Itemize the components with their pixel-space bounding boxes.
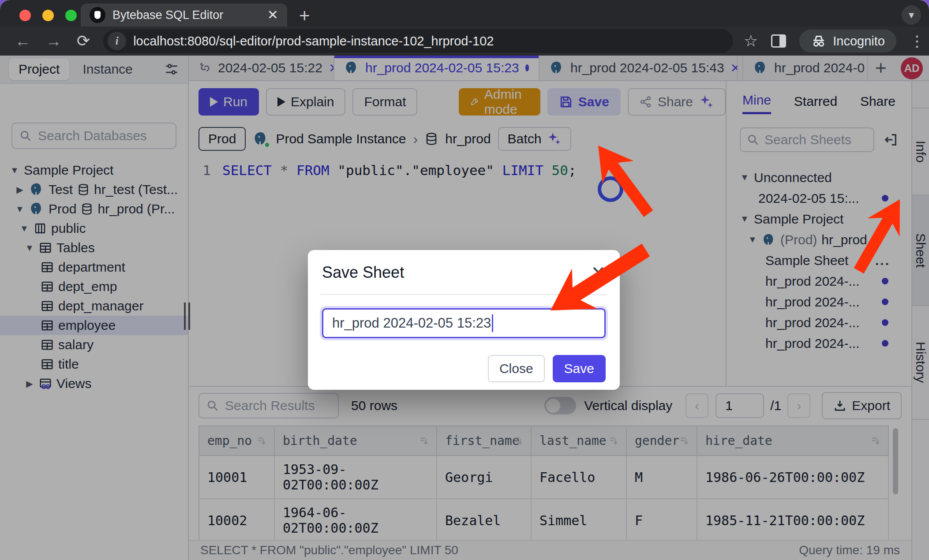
dialog-divider (320, 294, 607, 295)
incognito-badge: Incognito (799, 30, 896, 52)
dialog-close-icon[interactable]: ✕ (591, 264, 606, 281)
text-caret (492, 314, 493, 332)
browser-menu-icon[interactable]: ⋮ (910, 32, 925, 50)
save-sheet-dialog: Save Sheet ✕ hr_prod 2024-02-05 15:23 Cl… (308, 250, 620, 390)
bytebase-favicon-icon (90, 7, 105, 23)
bookmark-star-icon[interactable]: ☆ (744, 32, 758, 50)
zoom-window-button[interactable] (65, 10, 77, 21)
browser-titlebar: Bytebase SQL Editor ✕ + ▾ (0, 0, 929, 26)
url-bar[interactable]: i localhost:8080/sql-editor/prod-sample-… (103, 29, 733, 53)
browser-window: Bytebase SQL Editor ✕ + ▾ ← → ⟳ i localh… (0, 0, 929, 560)
minimize-window-button[interactable] (42, 10, 54, 21)
forward-icon[interactable]: → (46, 32, 62, 50)
new-tab-button[interactable]: + (299, 5, 310, 26)
tab-search-chevron-icon[interactable]: ▾ (902, 5, 921, 25)
dialog-close-button[interactable]: Close (488, 355, 545, 382)
browser-tab[interactable]: Bytebase SQL Editor ✕ (81, 4, 287, 26)
dialog-save-button[interactable]: Save (553, 355, 606, 382)
reload-icon[interactable]: ⟳ (77, 32, 90, 50)
close-window-button[interactable] (19, 10, 31, 21)
browser-tab-title: Bytebase SQL Editor (112, 8, 260, 22)
incognito-icon (811, 34, 827, 48)
incognito-label: Incognito (833, 34, 885, 49)
side-panel-icon[interactable] (771, 34, 786, 48)
browser-navbar: ← → ⟳ i localhost:8080/sql-editor/prod-s… (0, 26, 929, 56)
back-icon[interactable]: ← (15, 32, 31, 50)
sheet-name-input[interactable]: hr_prod 2024-02-05 15:23 (322, 308, 606, 338)
bytebase-app: Project Instance Search Databases ▼ Samp… (0, 56, 929, 560)
url-text: localhost:8080/sql-editor/prod-sample-in… (133, 34, 494, 49)
dialog-title: Save Sheet (322, 263, 404, 282)
window-controls (19, 10, 77, 21)
tab-close-icon[interactable]: ✕ (267, 8, 278, 22)
site-info-icon[interactable]: i (108, 32, 126, 50)
